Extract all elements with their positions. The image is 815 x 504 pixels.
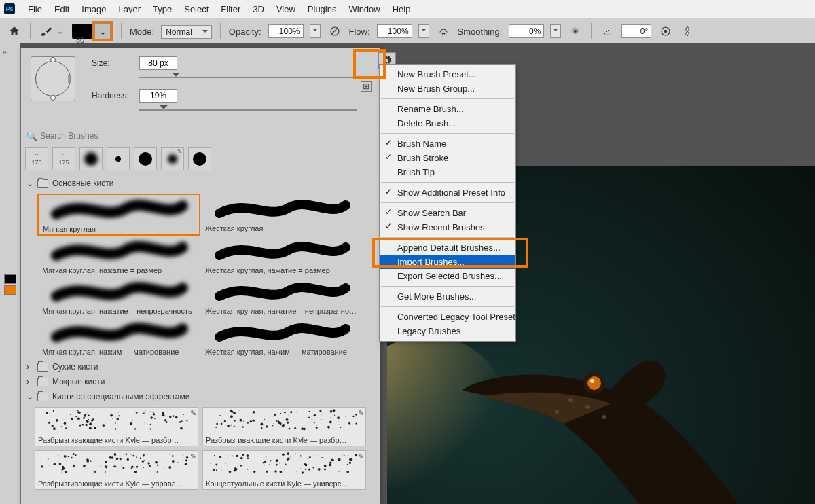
brush-preset[interactable]: Мягкая круглая, нажатие = непрозрачность: [37, 276, 200, 317]
foreground-swatch[interactable]: [4, 274, 16, 284]
opacity-pressure-icon[interactable]: [327, 24, 342, 39]
flow-dropdown[interactable]: [418, 24, 429, 38]
smoothing-gear-icon[interactable]: [568, 24, 583, 39]
size-label: Size:: [92, 58, 132, 68]
folder-header[interactable]: ⌄ Основные кисти: [21, 176, 380, 191]
menu-image[interactable]: Image: [75, 1, 112, 17]
svg-point-353: [309, 456, 311, 458]
menu-item[interactable]: New Brush Group...: [380, 82, 515, 96]
menu-item[interactable]: Append Default Brushes...: [380, 240, 515, 255]
svg-point-107: [333, 409, 336, 412]
menu-item[interactable]: New Brush Preset...: [380, 67, 515, 82]
brush-preset[interactable]: ✎ Разбрызгивающие кисти Kyle — разбр…: [35, 407, 198, 446]
menu-item[interactable]: Show Additional Preset Info: [380, 185, 515, 200]
collapse-chevron[interactable]: »: [3, 48, 7, 56]
brush-preset[interactable]: ✎ Разбрызгивающие кисти Kyle — разбр…: [202, 407, 366, 446]
menu-window[interactable]: Window: [342, 1, 386, 17]
flow-value[interactable]: 100%: [377, 24, 412, 38]
menu-item[interactable]: Import Brushes...: [380, 255, 515, 269]
smoothing-value[interactable]: 0%: [509, 24, 544, 38]
mode-select[interactable]: Normal: [161, 26, 212, 37]
svg-point-34: [103, 424, 105, 427]
svg-point-20: [186, 420, 187, 421]
smoothing-dropdown[interactable]: [550, 24, 561, 38]
menu-edit[interactable]: Edit: [48, 1, 75, 17]
menu-item[interactable]: Delete Brush...: [380, 116, 515, 130]
brush-preset[interactable]: ✎ Разбрызгивающие кисти Kyle — управл…: [35, 450, 198, 490]
new-preset-icon[interactable]: ⊞: [361, 81, 372, 92]
recent-brush[interactable]: [79, 147, 103, 170]
opacity-dropdown[interactable]: [310, 24, 321, 38]
svg-point-202: [162, 471, 163, 471]
recent-brush[interactable]: ✎: [161, 147, 184, 170]
home-button[interactable]: [7, 24, 22, 39]
recent-brush[interactable]: [134, 147, 157, 170]
menu-item[interactable]: Show Recent Brushes: [380, 220, 515, 234]
svg-point-210: [177, 462, 178, 463]
folder-header[interactable]: › Сухие кисти: [21, 359, 380, 374]
brush-preset[interactable]: ✎ Концептуальные кисти Kyle — универс…: [202, 450, 366, 490]
svg-point-28: [56, 419, 58, 422]
size-input[interactable]: [139, 56, 177, 70]
menu-item[interactable]: Converted Legacy Tool Presets: [380, 310, 515, 324]
svg-point-174: [239, 419, 242, 422]
brush-label: Мягкая круглая, нажатие = размер: [42, 266, 196, 274]
svg-point-86: [115, 428, 116, 429]
svg-point-185: [284, 412, 285, 413]
symmetry-icon[interactable]: [680, 24, 695, 39]
brush-preset[interactable]: Жесткая круглая: [200, 194, 363, 234]
menu-item[interactable]: Rename Brush...: [380, 102, 515, 116]
recent-brush[interactable]: [107, 147, 130, 170]
airbrush-icon[interactable]: [436, 24, 451, 39]
brush-preset[interactable]: Жесткая круглая, нажатие = непрозрачност…: [200, 276, 363, 317]
svg-point-60: [101, 418, 101, 418]
folder-header[interactable]: ⌄ Кисти со специальными эффектами: [21, 389, 380, 404]
svg-point-286: [215, 464, 217, 466]
brush-preset[interactable]: Жесткая круглая, нажим — матирование: [200, 317, 363, 358]
menu-type[interactable]: Type: [147, 1, 178, 17]
search-row: 🔍: [25, 128, 376, 143]
menu-item[interactable]: Show Search Bar: [380, 206, 515, 220]
menu-item[interactable]: Brush Name: [380, 137, 515, 151]
menu-view[interactable]: View: [270, 1, 302, 17]
brush-preset[interactable]: Мягкая круглая, нажим — матирование: [37, 317, 200, 358]
menu-item[interactable]: Legacy Brushes: [380, 324, 515, 338]
menu-filter[interactable]: Filter: [215, 1, 247, 17]
menu-file[interactable]: File: [22, 1, 48, 17]
menu-item[interactable]: Get More Brushes...: [380, 289, 515, 304]
menu-item[interactable]: Brush Stroke: [380, 151, 515, 165]
recent-brush[interactable]: ⋰⋱175: [25, 147, 48, 170]
brush-preset[interactable]: Мягкая круглая: [37, 194, 200, 236]
svg-point-26: [164, 419, 166, 421]
brush-tool-icon[interactable]: [39, 24, 54, 39]
recent-brush[interactable]: [188, 147, 211, 170]
pressure-size-icon[interactable]: [658, 24, 673, 39]
menu-plugins[interactable]: Plugins: [302, 1, 343, 17]
svg-point-307: [308, 469, 310, 471]
size-slider[interactable]: [139, 73, 357, 82]
hardness-input[interactable]: [139, 89, 177, 103]
recent-brush[interactable]: ⋰⋱175: [52, 147, 75, 170]
svg-point-95: [162, 412, 164, 414]
search-input[interactable]: [39, 128, 376, 143]
brush-preset-dropdown[interactable]: ⌄: [94, 23, 111, 39]
hardness-slider[interactable]: [139, 105, 357, 115]
angle-value[interactable]: 0°: [621, 24, 651, 38]
folder-name: Мокрые кисти: [52, 377, 105, 386]
folder-header[interactable]: › Мокрые кисти: [21, 374, 380, 389]
svg-point-188: [334, 414, 335, 415]
brush-tip-preview[interactable]: [31, 56, 75, 101]
menu-item[interactable]: Export Selected Brushes...: [380, 269, 515, 283]
menu-select[interactable]: Select: [178, 1, 215, 17]
menu-3d[interactable]: 3D: [247, 1, 270, 17]
brush-preset-picker[interactable]: ⌄ 80: [72, 21, 113, 41]
tool-chevron[interactable]: ⌄: [56, 26, 64, 36]
brush-preset[interactable]: Мягкая круглая, нажатие = размер: [37, 236, 200, 276]
menu-help[interactable]: Help: [386, 1, 417, 17]
svg-point-53: [77, 417, 80, 420]
menu-layer[interactable]: Layer: [113, 1, 147, 17]
background-swatch[interactable]: [4, 285, 16, 295]
opacity-value[interactable]: 100%: [268, 24, 304, 38]
menu-item[interactable]: Brush Tip: [380, 165, 515, 179]
brush-preset[interactable]: Жесткая круглая, нажатие = размер: [200, 236, 363, 276]
